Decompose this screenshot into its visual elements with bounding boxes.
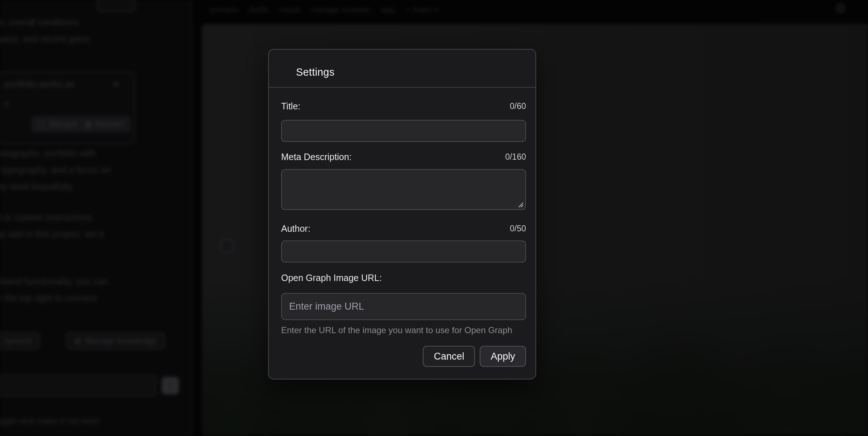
title-field-row: Title: 0/60 bbox=[281, 100, 526, 113]
meta-description-char-counter: 0/160 bbox=[505, 152, 526, 162]
meta-description-wrap bbox=[281, 169, 526, 210]
author-char-counter: 0/50 bbox=[510, 224, 526, 234]
meta-description-label: Meta Description: bbox=[281, 152, 352, 162]
settings-dialog: Settings Title: 0/60 Meta Description: 0… bbox=[268, 49, 536, 380]
author-label: Author: bbox=[281, 223, 310, 234]
og-image-helper-text: Enter the URL of the image you want to u… bbox=[281, 325, 526, 336]
resize-handle-icon[interactable] bbox=[518, 202, 523, 207]
title-char-counter: 0/60 bbox=[510, 101, 526, 111]
app-window: task no. overall conditions workspace, a… bbox=[0, 0, 868, 436]
apply-button[interactable]: Apply bbox=[480, 346, 526, 367]
og-image-url-input[interactable] bbox=[281, 293, 526, 320]
author-field-row: Author: 0/50 bbox=[281, 222, 526, 235]
dialog-title: Settings bbox=[296, 66, 526, 78]
dialog-header: Settings bbox=[269, 50, 535, 88]
dialog-body: Title: 0/60 Meta Description: 0/160 Auth… bbox=[269, 100, 535, 367]
author-input[interactable] bbox=[281, 240, 526, 263]
dialog-actions: Cancel Apply bbox=[281, 346, 526, 367]
og-image-url-label: Open Graph Image URL: bbox=[281, 273, 382, 283]
meta-description-field-row: Meta Description: 0/160 bbox=[281, 150, 526, 163]
title-label: Title: bbox=[281, 101, 300, 112]
title-input[interactable] bbox=[281, 120, 526, 142]
meta-description-textarea[interactable] bbox=[281, 169, 526, 210]
og-image-field-row: Open Graph Image URL: bbox=[281, 271, 526, 284]
cancel-button[interactable]: Cancel bbox=[423, 346, 475, 367]
